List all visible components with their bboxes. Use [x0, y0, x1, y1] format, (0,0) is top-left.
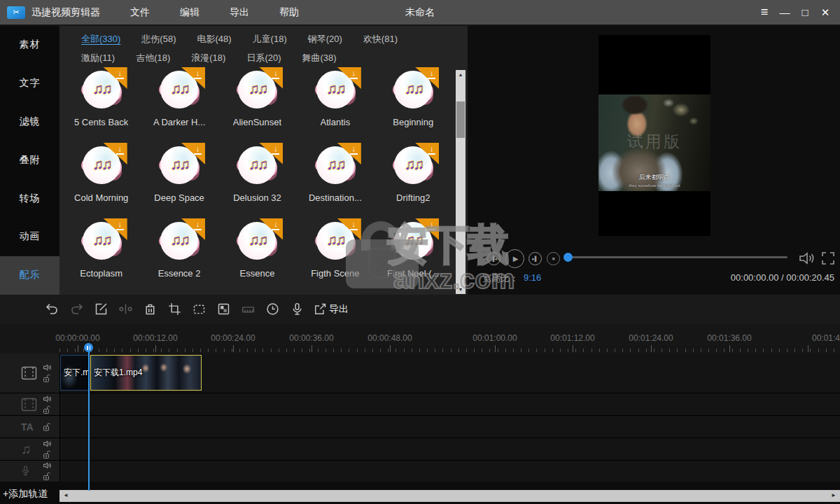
- play-button[interactable]: ▶: [505, 249, 524, 268]
- voice-track-header[interactable]: [0, 461, 59, 482]
- music-item[interactable]: ♫♫↓Essence 2: [140, 219, 218, 295]
- music-track-lane[interactable]: [60, 438, 840, 460]
- video-track-lane[interactable]: 安下.m安下载1.mp4: [60, 354, 840, 393]
- voice-track-lane[interactable]: [60, 461, 840, 482]
- playhead-handle[interactable]: [84, 343, 93, 352]
- lock-open-icon[interactable]: [43, 472, 52, 481]
- video-track-header[interactable]: [0, 354, 59, 393]
- lock-open-icon[interactable]: [43, 405, 52, 414]
- playback-progress-bar[interactable]: [568, 256, 788, 258]
- speaker-icon[interactable]: [43, 363, 52, 372]
- video-track-2-lane[interactable]: [60, 393, 840, 415]
- ruler-time-label: 00:01:24.00: [629, 333, 673, 343]
- text-track-header[interactable]: TA: [0, 416, 59, 438]
- music-item[interactable]: ♫♫↓Beginning: [374, 68, 452, 144]
- music-item[interactable]: ♫♫↓Essence: [218, 219, 296, 295]
- close-icon[interactable]: ✕: [818, 4, 833, 21]
- sidebar-item-1[interactable]: 素材: [0, 26, 59, 64]
- music-tab-2[interactable]: 悲伤(58): [141, 33, 176, 45]
- menu-help[interactable]: 帮助: [279, 6, 299, 19]
- speaker-icon[interactable]: [43, 461, 52, 470]
- sidebar-item-5[interactable]: 转场: [0, 179, 59, 218]
- music-item[interactable]: ♫♫↓Deep Space: [140, 144, 218, 219]
- music-item-label: Deep Space: [154, 192, 204, 203]
- music-item[interactable]: ♫♫↓Atlantis: [296, 68, 374, 144]
- scroll-up-icon[interactable]: ▲: [456, 70, 465, 79]
- split-button[interactable]: [117, 301, 134, 318]
- playhead-line: [88, 351, 90, 491]
- music-tab-8[interactable]: 吉他(18): [136, 52, 170, 64]
- timeline-toolbar: 导出: [0, 295, 840, 323]
- speaker-icon[interactable]: [43, 395, 52, 403]
- timeline-ruler[interactable]: 00:00:00.0000:00:12.0000:00:24.0000:00:3…: [0, 323, 840, 354]
- prev-frame-button[interactable]: ▐◂: [487, 252, 500, 265]
- sidebar: 素材文字滤镜叠附转场动画配乐: [0, 26, 59, 295]
- stop-button[interactable]: ■: [547, 252, 560, 265]
- undo-button[interactable]: [43, 301, 60, 318]
- music-item[interactable]: ♫♫↓Destination...: [296, 144, 374, 219]
- volume-icon[interactable]: [798, 251, 816, 266]
- record-voice-button[interactable]: [288, 301, 305, 318]
- speaker-icon[interactable]: [43, 440, 52, 448]
- ruler-button[interactable]: [239, 301, 256, 318]
- crop-button[interactable]: [166, 301, 183, 318]
- scroll-left-icon[interactable]: ◄: [60, 490, 71, 502]
- music-tab-5[interactable]: 钢琴(20): [308, 33, 342, 45]
- delete-button[interactable]: [141, 301, 158, 318]
- menu-file[interactable]: 文件: [130, 6, 150, 19]
- scroll-right-icon[interactable]: ►: [828, 490, 839, 502]
- music-tab-9[interactable]: 浪漫(18): [191, 52, 225, 64]
- music-tab-1[interactable]: 全部(330): [81, 33, 120, 45]
- sidebar-item-4[interactable]: 叠附: [0, 141, 59, 179]
- music-tab-7[interactable]: 激励(11): [81, 52, 115, 64]
- hamburger-menu-icon[interactable]: ≡: [757, 4, 772, 21]
- music-tab-11[interactable]: 舞曲(38): [302, 52, 337, 64]
- minimize-icon[interactable]: —: [777, 4, 792, 21]
- music-tab-6[interactable]: 欢快(81): [363, 33, 398, 45]
- music-item[interactable]: ♫♫↓AlienSunset: [218, 68, 296, 144]
- sidebar-item-6[interactable]: 动画: [0, 218, 59, 256]
- menu-edit[interactable]: 编辑: [180, 6, 200, 19]
- music-item[interactable]: ♫♫↓A Darker H...: [140, 68, 218, 144]
- lock-open-icon[interactable]: [43, 450, 52, 459]
- music-item-label: 5 Cents Back: [74, 117, 128, 127]
- add-track-button[interactable]: +添加轨道: [3, 488, 48, 500]
- music-tab-4[interactable]: 儿童(18): [253, 33, 287, 45]
- lock-open-icon[interactable]: [43, 374, 52, 383]
- lock-open-icon[interactable]: [43, 422, 51, 431]
- maximize-icon[interactable]: □: [797, 4, 813, 21]
- selection-button[interactable]: [190, 301, 207, 318]
- edit-button[interactable]: [92, 301, 109, 318]
- duration-button[interactable]: [264, 301, 281, 318]
- playback-progress-handle[interactable]: [564, 253, 573, 262]
- music-item[interactable]: ♫♫↓Delusion 32: [218, 144, 296, 219]
- music-item[interactable]: ♫♫↓Cold Morning: [62, 144, 140, 219]
- export-button[interactable]: 导出: [313, 302, 349, 316]
- vertical-scrollbar[interactable]: ▲ ▼: [456, 70, 465, 294]
- music-tab-10[interactable]: 日系(20): [246, 52, 281, 64]
- music-item[interactable]: ♫♫↓First Noel (...: [374, 219, 452, 295]
- timeline-clip[interactable]: 安下.m: [60, 355, 90, 391]
- music-item[interactable]: ♫♫↓5 Cents Back: [62, 68, 140, 144]
- aspect-ratio-value[interactable]: 9:16: [524, 272, 541, 285]
- sidebar-item-7[interactable]: 配乐: [0, 256, 59, 295]
- timeline-clip-selected[interactable]: 安下载1.mp4: [90, 355, 202, 391]
- scissors-icon: ✂: [13, 8, 19, 17]
- music-item[interactable]: ♫♫↓Figth Scene: [296, 219, 374, 295]
- text-track-lane[interactable]: [60, 416, 840, 438]
- horizontal-scrollbar[interactable]: ◄ ►: [59, 490, 840, 502]
- music-item[interactable]: ♫♫↓Drifting2: [374, 144, 452, 219]
- mosaic-button[interactable]: [215, 301, 232, 318]
- fullscreen-icon[interactable]: [822, 252, 834, 265]
- scrollbar-thumb[interactable]: [456, 102, 465, 138]
- sidebar-item-2[interactable]: 文字: [0, 64, 59, 103]
- scroll-down-icon[interactable]: ▼: [456, 285, 465, 294]
- music-item[interactable]: ♫♫↓Ectoplasm: [62, 219, 140, 295]
- music-track-header[interactable]: ♫: [0, 438, 59, 460]
- redo-button[interactable]: [68, 301, 85, 318]
- menu-export[interactable]: 导出: [230, 6, 249, 19]
- sidebar-item-3[interactable]: 滤镜: [0, 103, 59, 141]
- music-tab-3[interactable]: 电影(48): [197, 33, 231, 45]
- video-track-2-header[interactable]: [0, 393, 59, 415]
- next-frame-button[interactable]: ▸▌: [528, 252, 542, 265]
